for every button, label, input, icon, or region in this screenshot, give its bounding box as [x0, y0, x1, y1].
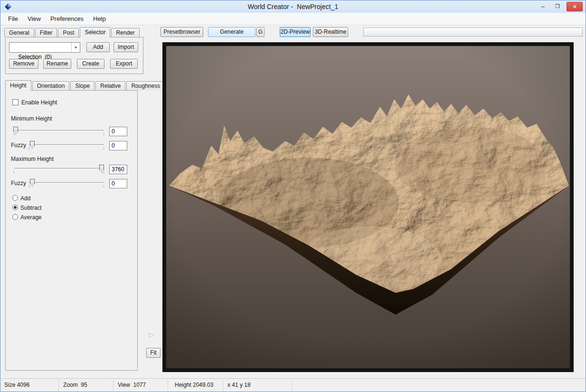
maximum-height-input[interactable]	[109, 165, 127, 174]
enable-height-label: Enable Height	[21, 99, 57, 106]
export-button[interactable]: Export	[110, 59, 138, 69]
enable-height-checkbox[interactable]	[12, 99, 19, 105]
status-height: Height 2049.03	[175, 379, 213, 392]
app-window: World Creator - NewProject_1 – ❐ ✕ File …	[0, 0, 586, 392]
mode-radio-0[interactable]	[12, 195, 18, 201]
statusbar: Size 4096 Zoom 95 View 1077 Height 2049.…	[0, 378, 586, 392]
fuzzy-max-input[interactable]	[109, 179, 127, 188]
fuzzy-max-label: Fuzzy	[11, 180, 26, 187]
import-button[interactable]: Import	[113, 42, 138, 52]
tab-general[interactable]: General	[4, 28, 34, 37]
minimize-button[interactable]: –	[536, 2, 549, 11]
presetbrowser-button[interactable]: Presetbrowser	[161, 27, 203, 37]
progress-bar	[363, 28, 583, 37]
maximum-height-slider[interactable]	[14, 168, 104, 169]
window-title: World Creator - NewProject_1	[0, 0, 586, 13]
fit-button[interactable]: Fit	[146, 348, 161, 358]
fuzzy-max-slider[interactable]	[29, 182, 104, 183]
status-divider	[58, 380, 59, 391]
mode-add-label: Add	[20, 195, 30, 202]
tab-height[interactable]: Height	[5, 80, 31, 91]
tab-relative[interactable]: Relative	[95, 81, 125, 90]
tab-orientation[interactable]: Orientation	[32, 81, 70, 90]
splitter-collapse-arrow-icon[interactable]: ▷	[149, 331, 154, 338]
fuzzy-min-slider[interactable]	[29, 144, 104, 145]
mode-subtract-label: Subtract	[20, 205, 42, 211]
tab-slope[interactable]: Slope	[70, 81, 95, 90]
mode-radio-1[interactable]	[12, 205, 18, 210]
status-coords: x 41 y 18	[227, 379, 251, 392]
tab-render[interactable]: Render	[111, 28, 139, 37]
status-zoom: Zoom 95	[63, 379, 87, 392]
mode-radio-2[interactable]	[12, 214, 18, 220]
create-button[interactable]: Create	[77, 59, 104, 69]
tab-post[interactable]: Post	[58, 28, 79, 37]
tab-filter[interactable]: Filter	[35, 28, 57, 37]
status-divider	[168, 380, 168, 391]
close-button[interactable]: ✕	[567, 2, 583, 11]
tab-roughness[interactable]: Roughness	[126, 81, 165, 90]
tab-selector[interactable]: Selector	[80, 27, 110, 37]
status-divider	[292, 380, 293, 391]
fuzzy-min-label: Fuzzy	[11, 142, 26, 149]
preview-2d-button[interactable]: 2D-Preview	[280, 27, 311, 37]
maximum-height-label: Maximum Height	[11, 156, 54, 162]
status-size: Size 4096	[4, 379, 29, 392]
minimum-height-label: Minimum Height	[11, 115, 52, 122]
maximize-button[interactable]: ❐	[551, 2, 564, 11]
status-divider	[113, 380, 113, 391]
minimum-height-input[interactable]	[109, 127, 127, 136]
generate-button[interactable]: Generate	[208, 27, 255, 37]
terrain-render	[166, 46, 570, 368]
main-tabstrip: General Filter Post Selector Render	[4, 28, 141, 37]
g-button[interactable]: G	[256, 27, 265, 37]
add-button[interactable]: Add	[86, 42, 110, 52]
status-view: View 1077	[118, 379, 146, 392]
titlebar[interactable]: World Creator - NewProject_1 – ❐ ✕	[0, 0, 586, 13]
mode-average-label: Average	[20, 214, 41, 221]
terrain-viewport[interactable]	[162, 42, 574, 372]
selection-dropdown[interactable]: Selection (0) ▾	[9, 42, 80, 53]
menu-preferences[interactable]: Preferences	[46, 13, 88, 25]
menu-view[interactable]: View	[23, 13, 46, 25]
remove-button[interactable]: Remove	[9, 59, 38, 69]
rename-button[interactable]: Rename	[43, 59, 71, 69]
chevron-down-icon: ▾	[71, 43, 80, 52]
selector-tabstrip: Height Orientation Slope Relative Roughn…	[5, 81, 166, 90]
menu-file[interactable]: File	[3, 13, 23, 25]
realtime-3d-button[interactable]: 3D-Realtime	[313, 27, 348, 37]
fuzzy-min-input[interactable]	[109, 141, 127, 150]
minimum-height-slider[interactable]	[14, 130, 104, 131]
status-divider	[223, 380, 223, 391]
menubar: File View Preferences Help	[0, 13, 586, 25]
menu-help[interactable]: Help	[88, 13, 111, 25]
